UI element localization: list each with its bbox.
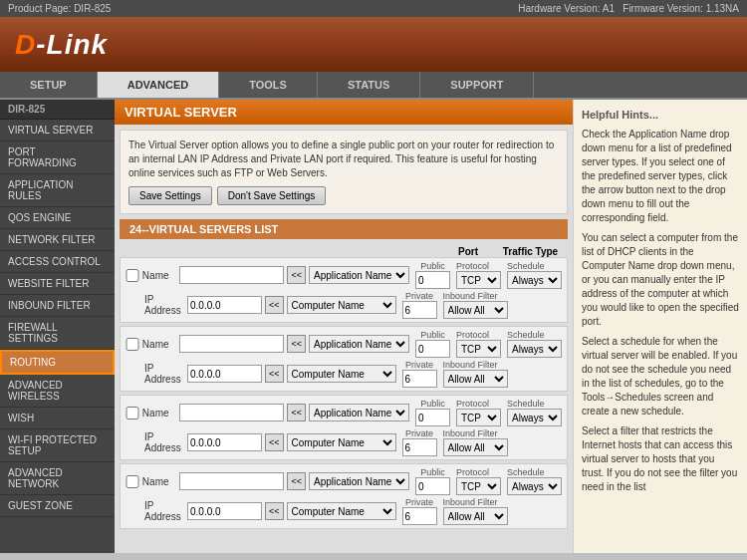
tab-advanced[interactable]: ADVANCED (98, 72, 220, 98)
sidebar-item-website-filter[interactable]: WEBSITE FILTER (0, 273, 115, 295)
ip-input-1[interactable] (187, 365, 262, 383)
protocol-col-2: Protocol TCP UDP Both (456, 399, 501, 426)
public-port-input-2[interactable] (415, 409, 450, 426)
private-port-input-1[interactable] (402, 370, 437, 388)
hint-4: Select a filter that restricts the Inter… (582, 424, 739, 494)
server-row-ip-line: IP Address << Computer Name Private Inbo… (125, 497, 562, 525)
private-port-col-1: Private (402, 360, 437, 388)
schedule-select-0[interactable]: Always (507, 271, 562, 289)
app-name-select-2[interactable]: Application Name (309, 404, 409, 421)
ip-input-0[interactable] (187, 296, 262, 314)
tab-setup[interactable]: SETUP (0, 72, 98, 98)
inbound-col-3: Inbound Filter Allow All (443, 497, 508, 525)
public-label-3: Public (420, 467, 445, 477)
private-port-input-2[interactable] (402, 438, 437, 456)
inbound-filter-select-2[interactable]: Allow All (443, 438, 508, 456)
computer-name-select-0[interactable]: Computer Name (287, 296, 396, 314)
col-header-port: Port (443, 246, 493, 257)
name-input-3[interactable] (179, 472, 284, 490)
vs-buttons: Save Settings Don't Save Settings (128, 186, 559, 205)
app-arrow-btn-1[interactable]: << (287, 335, 306, 353)
computer-name-select-1[interactable]: Computer Name (287, 365, 396, 383)
sidebar-item-wish[interactable]: WISH (0, 408, 115, 429)
public-port-input-0[interactable] (415, 271, 450, 289)
sidebar-item-port-forwarding[interactable]: PORT FORWARDING (0, 141, 115, 174)
sidebar-item-advanced-wireless[interactable]: ADVANCED WIRELESS (0, 375, 115, 408)
protocol-select-0[interactable]: TCP UDP Both (456, 271, 501, 289)
sidebar-item-application-rules[interactable]: APPLICATION RULES (0, 174, 115, 207)
app-arrow-btn-3[interactable]: << (287, 472, 306, 490)
sidebar-item-advanced-network[interactable]: ADVANCED NETWORK (0, 462, 115, 495)
helpful-hints-title: Helpful Hints... (582, 108, 739, 123)
public-port-input-1[interactable] (415, 340, 450, 358)
comp-arrow-btn-3[interactable]: << (265, 502, 284, 520)
inbound-filter-select-1[interactable]: Allow All (443, 370, 508, 388)
sidebar-item-guest-zone[interactable]: GUEST ZONE (0, 495, 115, 517)
schedule-select-1[interactable]: Always (507, 340, 562, 358)
app-name-select-0[interactable]: Application Name (309, 266, 409, 284)
inbound-col-2: Inbound Filter Allow All (443, 428, 508, 456)
server-row-ip-line: IP Address << Computer Name Private Inbo… (125, 291, 562, 319)
hint-1: Check the Application Name drop down men… (582, 128, 739, 225)
sidebar-item-access-control[interactable]: ACCESS CONTROL (0, 251, 115, 273)
tab-tools[interactable]: TOOLS (219, 72, 318, 98)
content-area: VIRTUAL SERVER The Virtual Server option… (115, 100, 573, 553)
server-row-ip-line: IP Address << Computer Name Private Inbo… (125, 428, 562, 456)
public-port-input-3[interactable] (415, 477, 450, 495)
private-port-input-0[interactable] (402, 301, 437, 319)
schedule-select-2[interactable]: Always (507, 409, 562, 426)
server-row-name-line: Name << Application Name Public Protocol… (125, 330, 562, 358)
row-checkbox-3[interactable] (125, 475, 139, 488)
protocol-select-1[interactable]: TCP UDP Both (456, 340, 501, 358)
name-label-1: Name (142, 339, 177, 350)
name-label-2: Name (142, 408, 177, 419)
sidebar-item-network-filter[interactable]: NETWORK FILTER (0, 229, 115, 251)
name-label-3: Name (142, 476, 177, 487)
comp-arrow-btn-2[interactable]: << (265, 433, 284, 451)
protocol-select-2[interactable]: TCP UDP Both (456, 409, 501, 426)
vs-title: VIRTUAL SERVER (115, 100, 573, 125)
ip-label-2: IP Address (144, 431, 184, 453)
sidebar-item-firewall-settings[interactable]: FIREWALL SETTINGS (0, 317, 115, 350)
dont-save-button[interactable]: Don't Save Settings (217, 186, 327, 205)
protocol-select-3[interactable]: TCP UDP Both (456, 477, 501, 495)
row-checkbox-1[interactable] (125, 338, 139, 351)
computer-name-select-3[interactable]: Computer Name (287, 502, 396, 520)
sidebar-item-routing[interactable]: ROUTING (0, 350, 115, 375)
ip-label-1: IP Address (144, 363, 184, 385)
comp-arrow-btn-0[interactable]: << (265, 296, 284, 314)
inbound-filter-select-0[interactable]: Allow All (443, 301, 508, 319)
name-input-0[interactable] (179, 266, 284, 284)
sidebar-item-wps[interactable]: WI-FI PROTECTED SETUP (0, 429, 115, 462)
ip-input-2[interactable] (187, 433, 262, 451)
version-info: Hardware Version: A1 Firmware Version: 1… (518, 3, 739, 14)
app-arrow-btn-0[interactable]: << (287, 266, 306, 284)
schedule-select-3[interactable]: Always (507, 477, 562, 495)
public-label-1: Public (420, 330, 445, 340)
sidebar-item-virtual-server[interactable]: VIRTUAL SERVER (0, 120, 115, 141)
table-row: Name << Application Name Public Protocol… (120, 463, 568, 529)
app-name-select-3[interactable]: Application Name (309, 472, 409, 490)
save-settings-button[interactable]: Save Settings (128, 186, 212, 205)
name-input-1[interactable] (179, 335, 284, 353)
tab-support[interactable]: SUPPORT (420, 72, 534, 98)
name-input-2[interactable] (179, 404, 284, 421)
ip-input-3[interactable] (187, 502, 262, 520)
row-checkbox-0[interactable] (125, 269, 139, 282)
sidebar-item-qos-engine[interactable]: QOS ENGINE (0, 207, 115, 229)
logo: D-Link (15, 29, 108, 61)
tab-status[interactable]: STATUS (318, 72, 420, 98)
app-name-select-1[interactable]: Application Name (309, 335, 409, 353)
main-layout: DIR-825 VIRTUAL SERVER PORT FORWARDING A… (0, 100, 747, 553)
public-label-2: Public (420, 399, 445, 409)
sidebar-item-inbound-filter[interactable]: INBOUND FILTER (0, 295, 115, 317)
app-arrow-btn-2[interactable]: << (287, 404, 306, 421)
schedule-col-0: Schedule Always (507, 261, 562, 289)
protocol-col-0: Protocol TCP UDP Both (456, 261, 501, 289)
top-bar: Product Page: DIR-825 Hardware Version: … (0, 0, 747, 17)
comp-arrow-btn-1[interactable]: << (265, 365, 284, 383)
computer-name-select-2[interactable]: Computer Name (287, 433, 396, 451)
row-checkbox-2[interactable] (125, 407, 139, 420)
inbound-filter-select-3[interactable]: Allow All (443, 507, 508, 525)
private-port-input-3[interactable] (402, 507, 437, 525)
